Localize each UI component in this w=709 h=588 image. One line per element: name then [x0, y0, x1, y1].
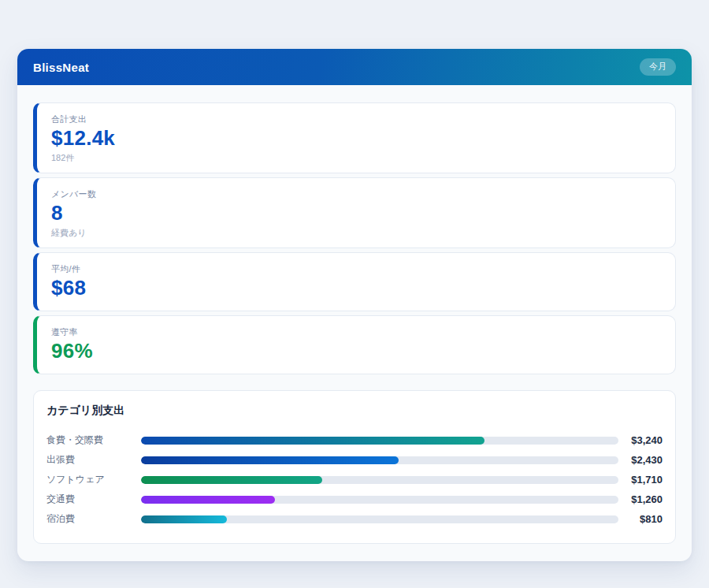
category-bar-fill: [141, 476, 322, 484]
category-bar-track: [141, 476, 618, 484]
category-bar-track: [141, 456, 618, 464]
period-badge[interactable]: 今月: [640, 58, 676, 76]
stats-list: 合計支出 $12.4k 182件 メンバー数 8 経費あり 平均/件 $68 遵…: [33, 102, 676, 374]
category-row: ソフトウェア $1,710: [46, 470, 663, 489]
category-value: $2,430: [618, 454, 663, 466]
category-bar-fill: [141, 437, 484, 445]
category-spend-section: カテゴリ別支出 食費・交際費 $3,240 出張費 $2,430 ソフトウェア …: [33, 390, 676, 544]
app-title: BlissNeat: [33, 61, 89, 74]
category-bar-fill: [141, 496, 275, 504]
stat-label: 遵守率: [51, 326, 661, 337]
category-label: ソフトウェア: [46, 473, 141, 486]
stat-value: $12.4k: [51, 125, 661, 151]
category-row: 出張費 $2,430: [46, 450, 663, 470]
category-bar-track: [141, 515, 618, 523]
category-bar-track: [141, 496, 618, 504]
category-value: $810: [618, 513, 663, 525]
category-bar-fill: [141, 515, 227, 523]
category-row: 交通費 $1,260: [46, 489, 663, 509]
stat-label: メンバー数: [51, 188, 661, 199]
category-label: 交通費: [46, 493, 141, 506]
stat-sub: 経費あり: [51, 227, 661, 238]
category-value: $3,240: [618, 434, 663, 446]
stat-value: 96%: [51, 337, 661, 364]
stat-card: メンバー数 8 経費あり: [33, 177, 676, 248]
stat-value: $68: [51, 274, 661, 301]
category-bar-fill: [141, 456, 399, 464]
category-label: 出張費: [46, 453, 141, 467]
app-header: BlissNeat 今月: [17, 49, 692, 85]
category-row: 宿泊費 $810: [46, 509, 663, 529]
category-value: $1,260: [618, 493, 663, 505]
stat-card: 遵守率 96%: [33, 315, 676, 374]
stat-label: 合計支出: [51, 114, 661, 125]
category-label: 食費・交際費: [46, 434, 141, 447]
stat-card: 合計支出 $12.4k 182件: [33, 102, 676, 173]
stat-value: 8: [51, 199, 661, 226]
category-row: 食費・交際費 $3,240: [46, 430, 663, 450]
expense-dashboard: BlissNeat 今月 合計支出 $12.4k 182件 メンバー数 8 経費…: [17, 49, 692, 561]
stat-card: 平均/件 $68: [33, 252, 676, 311]
category-section-title: カテゴリ別支出: [46, 404, 663, 418]
stat-sub: 182件: [51, 152, 661, 163]
stat-label: 平均/件: [51, 263, 661, 274]
category-label: 宿泊費: [46, 512, 141, 526]
category-bars: 食費・交際費 $3,240 出張費 $2,430 ソフトウェア $1,710 交…: [46, 430, 663, 529]
category-bar-track: [141, 437, 618, 445]
category-value: $1,710: [618, 474, 663, 486]
dashboard-body: 合計支出 $12.4k 182件 メンバー数 8 経費あり 平均/件 $68 遵…: [17, 85, 692, 561]
